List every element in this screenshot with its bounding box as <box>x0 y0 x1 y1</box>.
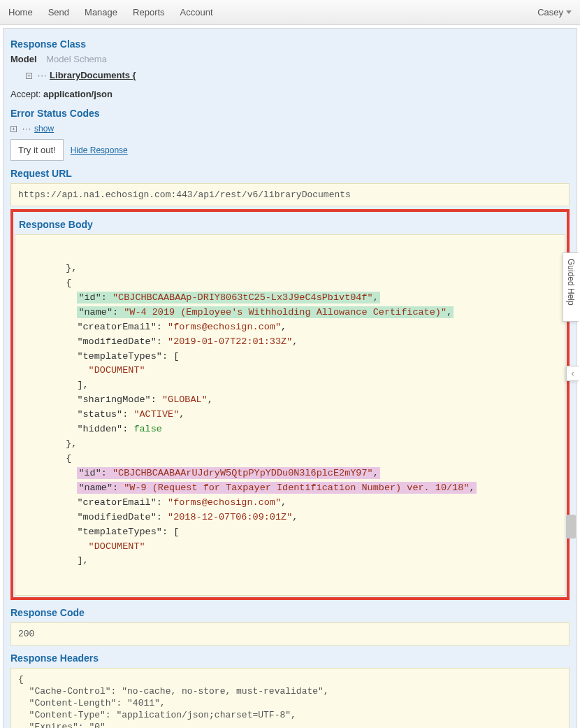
try-it-out-button[interactable]: Try it out! <box>10 139 64 161</box>
nav-reports[interactable]: Reports <box>133 7 165 17</box>
guided-help-tab[interactable]: Guided Help <box>563 252 579 322</box>
tab-model[interactable]: Model <box>10 54 37 64</box>
response-headers-title: Response Headers <box>10 652 570 664</box>
user-menu[interactable]: Casey <box>537 7 572 17</box>
user-name: Casey <box>537 7 563 17</box>
response-body-box[interactable]: }, { "id": "CBJCHBCAABAAp-DRIY8063tC25-L… <box>15 234 565 596</box>
nav-home[interactable]: Home <box>8 7 33 17</box>
api-page: Response Class Model Model Schema + ··· … <box>3 28 577 728</box>
response-class-tabs: Model Model Schema <box>10 54 570 64</box>
show-link[interactable]: show <box>34 124 54 134</box>
request-url-title: Request URL <box>10 168 570 179</box>
scrollbar-thumb[interactable] <box>566 515 576 538</box>
accept-label: Accept: <box>10 89 41 99</box>
response-body-title: Response Body <box>19 219 565 230</box>
top-nav-bar: Home Send Manage Reports Account Casey <box>0 0 580 25</box>
tab-model-schema[interactable]: Model Schema <box>46 54 107 64</box>
accept-value: application/json <box>43 89 113 99</box>
response-body-section: Response Body }, { "id": "CBJCHBCAABAAp-… <box>10 209 570 600</box>
request-url-box: https://api.na1.echosign.com:443/api/res… <box>10 183 570 206</box>
nav-account[interactable]: Account <box>180 7 213 17</box>
response-class-title: Response Class <box>10 38 570 50</box>
model-name[interactable]: LibraryDocuments { <box>50 70 136 80</box>
error-codes-title: Error Status Codes <box>10 108 570 119</box>
nav-links: Home Send Manage Reports Account <box>8 7 213 17</box>
ellipsis-icon: ··· <box>38 70 48 80</box>
response-code-title: Response Code <box>10 607 570 618</box>
ellipsis-icon: ··· <box>22 123 32 134</box>
expand-icon[interactable]: + <box>10 126 17 132</box>
accept-row: Accept: application/json <box>10 89 570 99</box>
error-show-row: + ··· show <box>10 123 570 134</box>
nav-send[interactable]: Send <box>48 7 69 17</box>
response-code-box: 200 <box>10 622 570 645</box>
chevron-left-icon[interactable]: ‹ <box>566 366 579 381</box>
caret-down-icon <box>566 10 572 14</box>
nav-manage[interactable]: Manage <box>85 7 117 17</box>
expand-icon[interactable]: + <box>26 73 32 79</box>
hide-response-link[interactable]: Hide Response <box>71 145 128 155</box>
model-row: + ··· LibraryDocuments { <box>26 70 570 80</box>
response-headers-box: { "Cache-Control": "no-cache, no-store, … <box>10 668 570 728</box>
